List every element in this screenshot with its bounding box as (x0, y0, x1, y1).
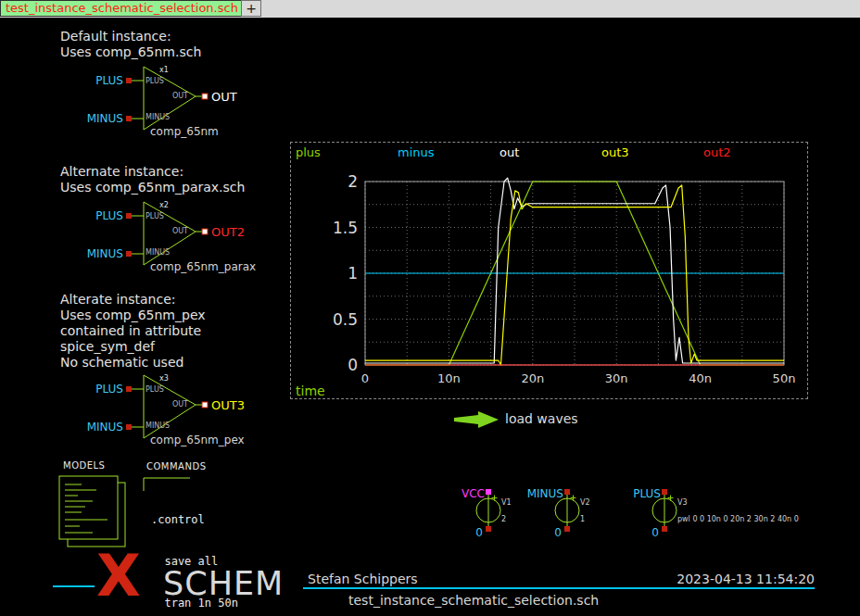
timestamp: 2023-04-13 11:54:20 (639, 572, 815, 586)
instance-designator: x1 (159, 66, 169, 74)
legend-out2: out2 (703, 145, 731, 159)
tab-schematic[interactable]: test_instance_schematic_selection.sch (0, 0, 244, 17)
out-pin-square (202, 94, 208, 99)
waveform-plot: 00.511.52010n20n30n40n50ntime (291, 143, 807, 398)
net-label-out: OUT2 (211, 225, 245, 239)
top-pin-square (486, 489, 491, 495)
load-waves-label: load waves (505, 411, 578, 426)
vsource-v3[interactable]: PLUS V3 pwl 0 0 10n 0 20n 2 30n 2 40n 0 … (616, 486, 860, 540)
bottom-pin-square (486, 526, 491, 532)
gnd-net-label: 0 (472, 526, 483, 539)
out-pin-square (202, 402, 208, 408)
instance-note-2[interactable]: Alternate instance: Uses comp_65nm_parax… (60, 164, 245, 195)
models-label: MODELS (63, 460, 105, 471)
top-pin-square (662, 489, 667, 495)
out-pin-square (202, 229, 208, 234)
titleblock-line (53, 585, 95, 587)
source-value: 2 (501, 515, 506, 523)
pin-name-minus: MINUS (145, 421, 170, 430)
net-label-plus: PLUS (82, 209, 123, 222)
cell-name: comp_65nm (150, 125, 219, 138)
svg-text:1.5: 1.5 (333, 219, 358, 237)
comparator-symbol-x3[interactable]: PLUS MINUS x3 PLUS MINUS OUT OUT3 comp_6… (93, 369, 269, 452)
svg-text:0: 0 (348, 356, 358, 374)
legend-minus: minus (398, 145, 435, 159)
pin-name-minus: MINUS (145, 248, 170, 257)
comparator-symbol-x1[interactable]: PLUS MINUS x1 PLUS MINUS OUT OUT comp_65… (93, 60, 269, 144)
x-axis-label: time (296, 383, 325, 398)
legend-out: out (500, 145, 519, 159)
gnd-net-label: 0 (648, 526, 659, 539)
plus-pin-square (126, 213, 132, 219)
instance-designator: x2 (159, 201, 169, 209)
net-label-out: OUT3 (211, 398, 245, 412)
xschem-logo-text: SCHEM (163, 567, 284, 600)
pin-name-out: OUT (170, 92, 188, 100)
minus-pin-square (126, 251, 132, 257)
waveform-graph[interactable]: 00.511.52010n20n30n40n50ntime plusminuso… (290, 142, 808, 399)
svg-text:0.5: 0.5 (333, 310, 358, 329)
graph-legend: plusminusoutout3out2 (291, 143, 807, 161)
bottom-pin-square (564, 526, 570, 532)
net-label-minus: MINUS (82, 421, 123, 434)
schematic-filename: test_instance_schematic_selection.sch (348, 593, 599, 608)
svg-text:40n: 40n (689, 371, 712, 385)
pin-name-out: OUT (170, 227, 188, 235)
load-waves-launcher[interactable]: load waves (452, 408, 656, 432)
instance-designator: x3 (159, 374, 169, 383)
pin-name-out: OUT (170, 400, 188, 409)
net-label-plus: PLUS (82, 383, 123, 396)
pin-name-plus: PLUS (145, 212, 164, 220)
svg-text:20n: 20n (521, 371, 544, 385)
note-line: Uses comp_65nm.sch (60, 44, 201, 60)
source-net-label: PLUS (618, 487, 661, 500)
xschem-window: test_instance_schematic_selection.sch + … (0, 0, 860, 616)
vsource-v2[interactable]: MINUS V2 1 0 (519, 486, 630, 540)
legend-out3: out3 (601, 145, 629, 159)
svg-text:10n: 10n (437, 371, 461, 385)
top-pin-square (564, 489, 570, 495)
svg-text:2: 2 (348, 172, 358, 191)
new-tab-button[interactable]: + (241, 0, 261, 17)
note-line: Uses comp_65nm_pex (60, 308, 206, 323)
minus-pin-square (126, 424, 132, 430)
note-line: contained in attribute (60, 323, 206, 339)
bottom-pin-square (662, 526, 667, 532)
net-label-minus: MINUS (82, 112, 123, 125)
net-label-plus: PLUS (82, 74, 123, 87)
svg-text:30n: 30n (605, 371, 628, 385)
instance-note-3[interactable]: Alterate instance: Uses comp_65nm_pex co… (60, 292, 206, 371)
source-net-label: VCC (442, 487, 485, 500)
instance-note-1[interactable]: Default instance: Uses comp_65nm.sch (60, 29, 201, 60)
source-value: pwl 0 0 10n 0 20n 2 30n 2 40n 0 (677, 515, 799, 523)
source-net-label: MINUS (521, 487, 563, 500)
note-line: spice_sym_def (60, 339, 206, 355)
net-label-out: OUT (211, 90, 237, 104)
legend-plus: plus (296, 145, 321, 159)
pin-name-plus: PLUS (145, 385, 164, 394)
arrow-right-icon (452, 409, 500, 432)
commands-launcher[interactable]: COMMANDS .control save all tran 1n 50n w… (139, 459, 473, 557)
svg-text:0: 0 (361, 371, 369, 385)
note-line: Alternate instance: (60, 164, 245, 180)
note-line: Default instance: (60, 29, 201, 44)
comparator-symbol-x2[interactable]: PLUS MINUS x2 PLUS MINUS OUT OUT2 comp_6… (93, 195, 269, 279)
minus-pin-square (126, 116, 132, 121)
svg-text:50n: 50n (773, 371, 796, 385)
code-line: .control (151, 513, 452, 527)
svg-text:1: 1 (348, 264, 358, 283)
cell-name: comp_65nm_pex (150, 434, 245, 446)
source-value: 1 (580, 515, 585, 523)
cell-name: comp_65nm_parax (150, 260, 256, 273)
source-designator: V2 (580, 498, 590, 507)
note-line: Uses comp_65nm_parax.sch (60, 180, 245, 195)
pin-name-plus: PLUS (145, 77, 164, 85)
net-label-minus: MINUS (82, 247, 123, 260)
titleblock-underline (303, 587, 815, 589)
source-designator: V1 (501, 498, 512, 507)
note-line: Alterate instance: (60, 292, 206, 308)
tab-bar: test_instance_schematic_selection.sch + (0, 0, 860, 18)
plus-pin-square (126, 386, 132, 392)
source-designator: V3 (677, 498, 688, 507)
pin-name-minus: MINUS (145, 113, 170, 121)
